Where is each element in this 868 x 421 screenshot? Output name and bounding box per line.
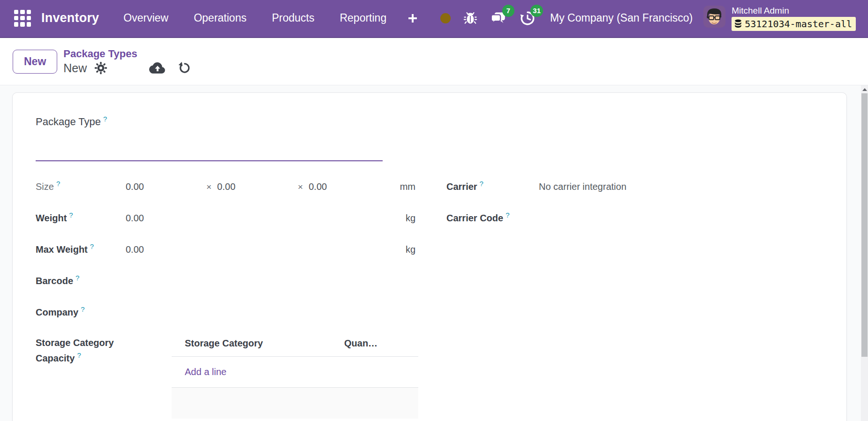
company-label: Company? — [36, 307, 126, 318]
new-record-button[interactable]: New — [13, 50, 57, 74]
messages-badge: 7 — [502, 5, 514, 17]
activity-dot-icon[interactable] — [440, 13, 451, 23]
user-name: Mitchell Admin — [732, 6, 789, 16]
breadcrumb-parent-link[interactable]: Package Types — [63, 48, 192, 60]
content-area: Package Type? Size? × × mm — [0, 85, 868, 421]
table-footer — [172, 388, 418, 419]
table-header-row: Storage Category Quan… — [172, 331, 418, 357]
form-sheet: Package Type? Size? × × mm — [12, 92, 847, 421]
storage-capacity-label: Storage Category Capacity? — [36, 331, 172, 366]
max-weight-row: Max Weight? kg — [36, 234, 418, 265]
package-type-field: Package Type? — [36, 116, 383, 161]
control-panel: New Package Types New — [0, 38, 868, 85]
app-name[interactable]: Inventory — [41, 11, 99, 25]
storage-capacity-table: Storage Category Quan… Add a line — [172, 331, 418, 419]
size-width-input[interactable] — [217, 181, 292, 192]
storage-capacity-row: Storage Category Capacity? Storage Categ… — [36, 331, 418, 419]
right-column: Carrier? No carrier integration Carrier … — [446, 171, 737, 419]
carrier-code-label: Carrier Code? — [446, 213, 539, 224]
column-quantity[interactable]: Quan… — [344, 338, 377, 349]
scrollbar-thumb[interactable] — [861, 93, 868, 357]
gear-icon[interactable] — [94, 61, 108, 75]
barcode-label: Barcode? — [36, 276, 126, 286]
size-height-input[interactable] — [309, 181, 384, 192]
left-column: Size? × × mm Weight? — [36, 171, 418, 419]
weight-row: Weight? kg — [36, 203, 418, 234]
max-weight-label: Max Weight? — [36, 244, 126, 255]
help-icon[interactable]: ? — [480, 180, 483, 188]
weight-label: Weight? — [36, 213, 126, 224]
max-weight-input[interactable] — [126, 244, 201, 255]
carrier-value: No carrier integration — [539, 181, 626, 192]
save-discard-group — [149, 61, 192, 75]
plus-icon[interactable] — [407, 13, 418, 24]
carrier-code-input[interactable] — [539, 213, 614, 224]
multiply-sign: × — [298, 182, 303, 192]
breadcrumb: Package Types New — [63, 48, 192, 75]
discard-undo-icon[interactable] — [178, 61, 192, 75]
breadcrumb-current: New — [63, 61, 87, 75]
menu-reporting[interactable]: Reporting — [339, 9, 387, 27]
add-a-line-link[interactable]: Add a line — [185, 367, 226, 377]
max-weight-unit: kg — [406, 244, 418, 255]
size-unit: mm — [400, 181, 418, 192]
form-grid: Size? × × mm Weight? — [36, 171, 846, 419]
save-cloud-upload-icon[interactable] — [149, 61, 166, 75]
database-icon — [734, 19, 742, 29]
barcode-row: Barcode? — [36, 265, 418, 297]
size-label: Size? — [36, 181, 126, 192]
company-input[interactable] — [126, 307, 201, 318]
weight-input[interactable] — [126, 213, 201, 224]
help-icon[interactable]: ? — [77, 351, 81, 359]
add-line-row: Add a line — [172, 357, 418, 388]
database-name: 53121034-master-all — [745, 17, 852, 31]
bug-icon[interactable] — [463, 11, 477, 26]
size-row: Size? × × mm — [36, 171, 418, 203]
company-switcher[interactable]: My Company (San Francisco) — [550, 12, 693, 24]
help-icon[interactable]: ? — [90, 242, 94, 250]
help-icon[interactable]: ? — [506, 211, 509, 219]
menu-overview[interactable]: Overview — [122, 9, 169, 27]
help-icon[interactable]: ? — [75, 274, 79, 282]
scrollbar-up-arrow-icon[interactable] — [861, 85, 868, 93]
help-icon[interactable]: ? — [81, 305, 84, 313]
menu-products[interactable]: Products — [271, 9, 316, 27]
carrier-row: Carrier? No carrier integration — [446, 171, 737, 203]
size-length-input[interactable] — [126, 181, 201, 192]
carrier-label: Carrier? — [446, 181, 539, 192]
package-type-label: Package Type? — [36, 116, 383, 128]
systray: 7 31 My Company (San Francisco) — [440, 6, 856, 31]
menu-operations[interactable]: Operations — [193, 9, 248, 27]
barcode-input[interactable] — [126, 276, 201, 286]
company-row: Company? — [36, 297, 418, 328]
user-menu[interactable]: Mitchell Admin 53121034-master-all — [703, 6, 856, 31]
main-menu: Overview Operations Products Reporting — [122, 9, 387, 27]
database-badge: 53121034-master-all — [732, 17, 856, 31]
help-icon[interactable]: ? — [56, 180, 60, 188]
help-icon[interactable]: ? — [103, 115, 107, 123]
user-avatar[interactable] — [703, 6, 725, 28]
activities-clock-icon[interactable]: 31 — [520, 10, 536, 26]
carrier-code-row: Carrier Code? — [446, 203, 737, 234]
vertical-scrollbar[interactable] — [861, 85, 868, 421]
weight-unit: kg — [406, 213, 418, 224]
messages-icon[interactable]: 7 — [490, 10, 507, 26]
apps-grid-icon[interactable] — [14, 10, 31, 27]
multiply-sign: × — [206, 182, 211, 192]
help-icon[interactable]: ? — [69, 211, 73, 219]
package-type-input[interactable] — [36, 132, 383, 161]
activities-badge: 31 — [530, 5, 543, 17]
column-storage-category[interactable]: Storage Category — [185, 338, 344, 349]
top-navbar: Inventory Overview Operations Products R… — [0, 0, 868, 38]
